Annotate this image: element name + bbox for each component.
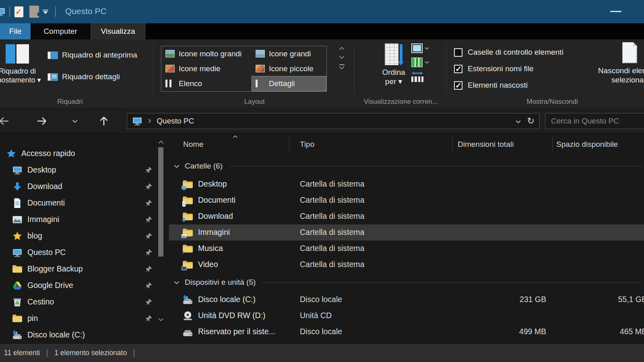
file-row-musica[interactable]: ♪ Musica Cartella di sistema — [169, 241, 644, 257]
gallery-more-button[interactable] — [339, 64, 345, 70]
navigation-bar: › Questo PC ↻ — [0, 108, 644, 134]
sidebar-item-blogger-backup[interactable]: Blogger Backup — [0, 261, 155, 277]
minimize-button[interactable] — [610, 11, 621, 12]
back-button[interactable] — [0, 115, 10, 128]
forward-button[interactable] — [35, 115, 48, 128]
drive-row-dvd[interactable]: Unità DVD RW (D:) Unità CD — [169, 308, 644, 324]
details-pane-button[interactable]: Riquadro dettagli — [47, 72, 120, 81]
file-row-documenti[interactable]: Documenti Cartella di sistema — [169, 192, 644, 208]
sidebar-item-disco-locale-c[interactable]: Disco locale (C:) — [0, 327, 155, 343]
size-columns-button[interactable] — [411, 72, 429, 82]
customize-toolbar-button[interactable] — [43, 10, 48, 14]
folder-video-icon — [182, 259, 193, 270]
search-input[interactable] — [551, 117, 643, 125]
sidebar-item-cestino[interactable]: Cestino — [0, 294, 155, 310]
file-row-immagini[interactable]: Immagini Cartella di sistema — [169, 224, 644, 241]
drive-row-c[interactable]: Disco locale (C:) Disco locale 231 GB 55… — [169, 292, 644, 308]
up-button[interactable] — [97, 115, 110, 128]
recycle-bin-icon — [12, 297, 23, 307]
checkbox-item-checkboxes[interactable]: Caselle di controllo elementi — [454, 47, 564, 58]
icone-grandi-icon — [256, 50, 265, 58]
pictures-icon — [12, 214, 23, 225]
sidebar-item-accesso-rapido[interactable]: Accesso rapido — [0, 145, 155, 162]
file-list: Nome Tipo Dimensioni totali Spazio dispo… — [169, 134, 644, 344]
sidebar-item-documenti[interactable]: Documenti — [0, 195, 155, 211]
properties-icon — [14, 6, 23, 17]
column-header-dimensioni[interactable]: Dimensioni totali — [458, 140, 514, 149]
pin-icon — [145, 200, 152, 206]
collapse-icon — [174, 281, 180, 284]
drive-type: Disco locale — [300, 295, 342, 304]
scrollbar-down-button[interactable] — [158, 316, 164, 323]
drive-free-space: 465 MB — [552, 327, 644, 336]
layout-option-icone-grandi[interactable]: Icone grandi — [252, 46, 326, 61]
gallery-scroll-up-button[interactable] — [339, 47, 345, 50]
pin-icon — [145, 315, 152, 322]
group-line — [229, 166, 642, 167]
sidebar-item-desktop[interactable]: Desktop — [0, 162, 155, 178]
sidebar-item-google-drive[interactable]: Google Drive — [0, 277, 155, 294]
drive-row-riservato[interactable]: Riservato per il siste... Disco locale 4… — [169, 324, 644, 340]
layout-option-icone-medie[interactable]: Icone medie — [161, 61, 252, 76]
group-by-button[interactable] — [411, 58, 429, 67]
sidebar-scrollbar[interactable] — [156, 134, 166, 344]
group-label-current-view: Visualizzazione corren... — [356, 98, 446, 106]
preview-pane-label: Riquadro di anteprima — [62, 51, 137, 60]
column-divider[interactable] — [552, 136, 553, 152]
group-label: Dispositivi e unità (5) — [185, 278, 256, 287]
new-folder-button[interactable] — [29, 6, 39, 17]
file-explorer-window: Questo PC File Computer Visualizza Riqua… — [0, 0, 644, 362]
checkbox-hidden-items[interactable]: Elementi nascosti — [454, 80, 564, 91]
sidebar-item-blog[interactable]: blog — [0, 228, 155, 244]
file-row-download[interactable]: Download Cartella di sistema — [169, 208, 644, 224]
hide-selected-label-1: Nascondi elementi — [594, 66, 644, 75]
sidebar-item-download[interactable]: Download — [0, 178, 155, 195]
drive-total-size: 499 MB — [452, 327, 546, 336]
scrollbar-up-button[interactable] — [158, 138, 164, 146]
sidebar-item-questo-pc[interactable]: Questo PC — [0, 244, 155, 261]
sidebar-item-immagini[interactable]: Immagini — [0, 211, 155, 228]
ribbon: Riquadro di spostamento ▾ Riquadro di an… — [0, 39, 644, 108]
gallery-scroll-down-button[interactable] — [339, 56, 345, 59]
scrollbar-thumb[interactable] — [158, 147, 163, 257]
group-header-cartelle[interactable]: Cartelle (6) — [169, 159, 644, 173]
column-header-tipo[interactable]: Tipo — [300, 140, 314, 149]
refresh-button[interactable]: ↻ — [527, 117, 535, 125]
tab-visualizza[interactable]: Visualizza — [90, 23, 146, 39]
tab-file[interactable]: File — [0, 23, 31, 39]
sidebar-item-pin[interactable]: pin — [0, 310, 155, 327]
address-dropdown-button[interactable] — [516, 117, 521, 125]
properties-button[interactable] — [14, 6, 24, 17]
group-header-dispositivi[interactable]: Dispositivi e unità (5) — [169, 276, 644, 289]
add-columns-button[interactable] — [411, 43, 429, 53]
layout-option-elenco[interactable]: Elenco — [161, 76, 252, 91]
preview-pane-button[interactable]: Riquadro di anteprima — [47, 51, 137, 60]
navigation-pane-icon — [6, 44, 29, 64]
navigation-pane-button[interactable]: Riquadro di spostamento ▾ — [0, 43, 44, 84]
layout-option-label: Icone piccole — [269, 64, 314, 73]
folder-download-icon — [182, 211, 193, 222]
dvd-drive-icon — [182, 311, 193, 321]
hide-selected-items-button[interactable]: Nascondi elementi selezionati — [594, 41, 644, 84]
column-header-spazio[interactable]: Spazio disponibile — [556, 140, 618, 149]
layout-option-dettagli[interactable]: Dettagli — [252, 76, 326, 91]
sort-by-button[interactable]: Ordina per ▾ — [377, 43, 411, 86]
column-divider[interactable] — [452, 136, 452, 152]
file-row-desktop[interactable]: Desktop Cartella di sistema — [169, 176, 644, 192]
recent-locations-button[interactable] — [68, 115, 81, 128]
tab-computer[interactable]: Computer — [32, 23, 89, 39]
checkbox-file-extensions[interactable]: Estensioni nomi file — [454, 63, 564, 74]
column-header-nome[interactable]: Nome — [183, 140, 204, 149]
layout-option-icone-piccole[interactable]: Icone piccole — [252, 61, 326, 76]
layout-option-icone-molto-grandi[interactable]: Icone molto grandi — [161, 46, 252, 61]
column-divider[interactable] — [289, 136, 289, 152]
address-bar[interactable]: › Questo PC ↻ — [127, 113, 540, 129]
search-box[interactable] — [545, 113, 644, 129]
sort-by-label-2: per ▾ — [377, 77, 411, 86]
pin-icon — [145, 216, 152, 223]
this-pc-icon — [132, 116, 142, 126]
file-row-video[interactable]: Video Cartella di sistema — [169, 257, 644, 273]
file-type: Cartella di sistema — [300, 212, 364, 221]
file-name: Documenti — [198, 195, 235, 205]
file-name: Musica — [198, 244, 223, 253]
